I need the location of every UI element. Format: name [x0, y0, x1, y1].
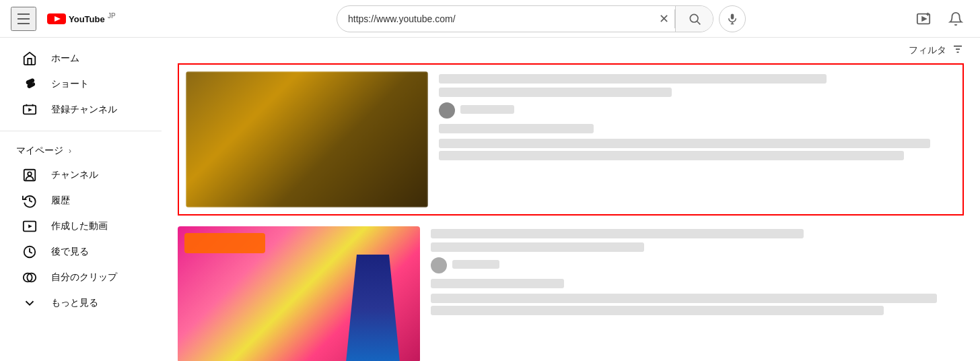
- video-title: [431, 229, 964, 252]
- body: ホーム ショート 登録: [0, 38, 980, 361]
- sidebar-label-history: 履歴: [51, 195, 70, 207]
- notifications-button[interactable]: [942, 5, 969, 32]
- hamburger-menu-button[interactable]: [11, 7, 36, 31]
- svg-marker-9: [922, 17, 926, 21]
- channel-avatar: [431, 257, 447, 273]
- filter-label: フィルタ: [909, 44, 946, 57]
- header-center: ✕: [172, 5, 910, 32]
- header: YouTube JP ✕: [0, 0, 980, 38]
- sidebar-label-watch-later: 後で見る: [51, 246, 89, 258]
- search-button[interactable]: [675, 5, 713, 32]
- header-left: YouTube JP: [11, 7, 172, 31]
- thumbnail-image: [186, 71, 428, 207]
- header-right: [910, 5, 969, 32]
- home-icon: [22, 51, 38, 66]
- svg-point-17: [28, 172, 32, 175]
- mic-button[interactable]: [719, 5, 746, 32]
- filter-bar: フィルタ: [178, 38, 964, 63]
- search-icon: [688, 12, 701, 26]
- sidebar-label-subscriptions: 登録チャンネル: [51, 104, 117, 116]
- video-thumbnail: [178, 226, 420, 361]
- chevron-right-icon: ›: [69, 146, 71, 156]
- sidebar-label-shorts: ショート: [51, 78, 89, 90]
- create-button[interactable]: [910, 5, 937, 32]
- sidebar-label-clips: 自分のクリップ: [51, 271, 117, 284]
- video-list: [178, 63, 964, 361]
- sidebar-label-channel: チャンネル: [51, 169, 98, 181]
- sidebar-section-mypage: マイページ › チャンネル: [0, 139, 162, 316]
- clips-icon: [22, 270, 38, 285]
- video-title: [439, 74, 956, 97]
- mic-icon: [726, 13, 738, 25]
- mypage-section-header[interactable]: マイページ ›: [0, 139, 162, 162]
- svg-marker-13: [28, 108, 32, 112]
- search-input[interactable]: [337, 13, 654, 24]
- logo-area: YouTube JP: [47, 12, 116, 26]
- mypage-title: マイページ: [16, 145, 63, 157]
- channel-icon: [22, 168, 38, 183]
- jp-badge: JP: [108, 12, 116, 20]
- expand-more-icon: [22, 296, 38, 310]
- bell-icon: [948, 11, 963, 26]
- sidebar: ホーム ショート 登録: [0, 38, 162, 361]
- sidebar-label-my-videos: 作成した動画: [51, 220, 108, 232]
- sidebar-label-home: ホーム: [51, 53, 79, 65]
- search-bar: ✕: [337, 5, 713, 32]
- main-content: フィルタ: [162, 38, 980, 361]
- youtube-logo-icon: YouTube: [47, 12, 108, 26]
- watch-later-icon: [22, 244, 38, 259]
- video-info: [439, 71, 956, 207]
- sidebar-item-subscriptions[interactable]: 登録チャンネル: [5, 97, 156, 123]
- shorts-icon: [22, 77, 38, 92]
- sidebar-item-shorts[interactable]: ショート: [5, 71, 156, 97]
- sidebar-item-channel[interactable]: チャンネル: [5, 162, 156, 188]
- svg-rect-5: [731, 13, 734, 19]
- clear-button[interactable]: ✕: [654, 11, 674, 26]
- sidebar-section-main: ホーム ショート 登録: [0, 46, 162, 131]
- sidebar-item-home[interactable]: ホーム: [5, 46, 156, 71]
- sidebar-item-watch-later[interactable]: 後で見る: [5, 239, 156, 265]
- video-thumbnail: [186, 71, 428, 207]
- sidebar-item-my-videos[interactable]: 作成した動画: [5, 214, 156, 239]
- subscriptions-icon: [22, 102, 38, 117]
- my-videos-icon: [22, 219, 38, 234]
- video-info: [431, 226, 964, 361]
- video-meta-row: [431, 257, 964, 273]
- sidebar-item-more[interactable]: もっと見る: [5, 290, 156, 316]
- sidebar-item-clips[interactable]: 自分のクリップ: [5, 265, 156, 290]
- sidebar-label-more: もっと見る: [51, 297, 98, 309]
- video-meta-row: [439, 102, 956, 119]
- svg-point-3: [690, 14, 698, 22]
- svg-marker-19: [28, 224, 32, 228]
- svg-text:YouTube: YouTube: [69, 14, 105, 24]
- sidebar-item-history[interactable]: 履歴: [5, 188, 156, 214]
- thumbnail-image: [178, 226, 420, 361]
- video-item[interactable]: [178, 218, 964, 361]
- channel-avatar: [439, 102, 455, 119]
- video-item[interactable]: [178, 63, 964, 216]
- svg-line-4: [697, 21, 700, 24]
- filter-icon[interactable]: [952, 43, 964, 58]
- history-icon: [22, 193, 38, 208]
- create-icon: [916, 11, 931, 26]
